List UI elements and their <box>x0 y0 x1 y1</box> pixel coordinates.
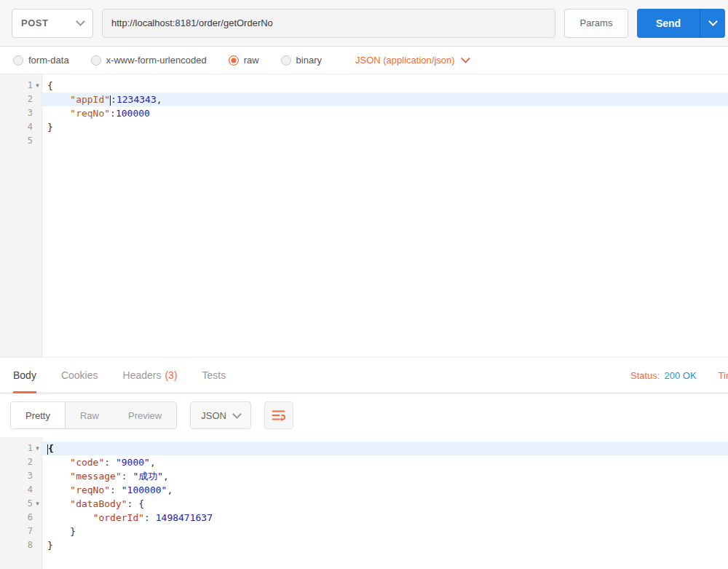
view-raw-button[interactable]: Raw <box>66 402 114 428</box>
chevron-down-icon <box>232 409 242 419</box>
line-number: 4 <box>28 120 33 134</box>
code-text: } <box>42 525 728 538</box>
params-button[interactable]: Params <box>564 9 628 38</box>
wrap-text-button[interactable] <box>264 401 293 429</box>
code-line[interactable]: 4 "reqNo": "100000", <box>0 483 728 497</box>
line-number-gutter: 6 <box>0 511 42 525</box>
line-number-gutter: 1▾ <box>0 79 42 93</box>
code-line[interactable]: 1▾{ <box>0 442 728 455</box>
line-number: 1 <box>28 442 33 455</box>
line-number: 2 <box>28 93 33 106</box>
tab-label: Cookies <box>61 369 98 381</box>
language-select[interactable]: JSON <box>190 401 251 429</box>
response-toolbar: Pretty Raw Preview JSON <box>0 393 728 437</box>
tab-cookies[interactable]: Cookies <box>61 358 98 393</box>
code-line[interactable]: 2 "appId":1234343, <box>0 93 728 106</box>
fold-caret-icon[interactable]: ▾ <box>33 442 42 455</box>
body-type-row: form-data x-www-form-urlencoded raw bina… <box>0 47 728 74</box>
url-input[interactable] <box>102 9 555 38</box>
line-number: 8 <box>28 538 33 552</box>
wrap-text-icon <box>272 409 285 422</box>
content-type-select[interactable]: JSON (application/json) <box>355 55 469 66</box>
line-number-gutter: 8 <box>0 538 42 552</box>
code-line[interactable]: 3 "message": "成功", <box>0 469 728 483</box>
line-number: 4 <box>28 483 33 497</box>
code-text: { <box>42 79 728 93</box>
code-text: "message": "成功", <box>42 469 728 483</box>
content-type-label: JSON (application/json) <box>355 55 455 66</box>
fold-caret-icon[interactable]: ▾ <box>33 79 42 93</box>
line-number-gutter: 1▾ <box>0 442 42 455</box>
line-number-gutter: 4 <box>0 483 42 497</box>
code-line[interactable]: 1▾{ <box>0 79 728 93</box>
line-number-gutter: 4 <box>0 120 42 134</box>
body-type-form-data[interactable]: form-data <box>13 55 69 66</box>
line-number: 7 <box>28 525 33 538</box>
tab-label: Body <box>13 369 36 381</box>
code-text: "appId":1234343, <box>42 93 728 106</box>
radio-icon <box>91 55 101 66</box>
line-number: 3 <box>28 106 33 120</box>
code-text: "reqNo": "100000", <box>42 483 728 497</box>
body-type-label: form-data <box>28 55 69 66</box>
language-label: JSON <box>201 410 226 421</box>
code-line[interactable]: 7 } <box>0 525 728 538</box>
tab-label: Headers <box>123 369 162 381</box>
body-type-urlencoded[interactable]: x-www-form-urlencoded <box>91 55 207 66</box>
request-body-editor[interactable]: 1▾{2 "appId":1234343,3 "reqNo":1000004}5 <box>0 74 728 357</box>
send-button[interactable]: Send <box>637 9 700 38</box>
code-line[interactable]: 2 "code": "9000", <box>0 455 728 469</box>
view-pretty-button[interactable]: Pretty <box>11 402 66 428</box>
view-mode-switch: Pretty Raw Preview <box>10 401 177 429</box>
radio-icon <box>229 55 239 66</box>
radio-icon <box>281 55 291 66</box>
code-line[interactable]: 5 <box>0 134 728 148</box>
tab-headers[interactable]: Headers (3) <box>123 358 178 393</box>
line-number-gutter: 5 <box>0 134 42 148</box>
request-bar: POST Params Send <box>0 0 728 47</box>
status-label: Status: <box>630 370 660 381</box>
status-value: 200 OK <box>664 370 696 381</box>
line-number-gutter: 3 <box>0 106 42 120</box>
line-number-gutter: 2 <box>0 93 42 106</box>
tab-label: Tests <box>202 369 226 381</box>
response-tabs: Body Cookies Headers (3) Tests Status: 2… <box>0 357 728 393</box>
tab-tests[interactable]: Tests <box>202 358 226 393</box>
code-text: "orderId": 1498471637 <box>42 511 728 525</box>
send-options-button[interactable] <box>700 9 725 38</box>
line-number: 2 <box>28 455 33 469</box>
code-line[interactable]: 3 "reqNo":100000 <box>0 106 728 120</box>
line-number: 3 <box>28 469 33 483</box>
tab-body[interactable]: Body <box>13 358 36 393</box>
fold-caret-icon[interactable]: ▾ <box>33 497 42 511</box>
code-line[interactable]: 6 "orderId": 1498471637 <box>0 511 728 525</box>
radio-icon <box>13 55 23 66</box>
body-type-binary[interactable]: binary <box>281 55 322 66</box>
time-label: Time: <box>719 370 728 381</box>
line-number: 5 <box>28 134 33 148</box>
headers-count-badge: (3) <box>165 369 177 381</box>
code-text <box>42 134 728 148</box>
line-number: 5 <box>28 497 33 511</box>
code-line[interactable]: 8} <box>0 538 728 552</box>
code-text: "reqNo":100000 <box>42 106 728 120</box>
response-body-editor[interactable]: 1▾{2 "code": "9000",3 "message": "成功",4 … <box>0 437 728 569</box>
code-line[interactable]: 4} <box>0 120 728 134</box>
body-type-raw[interactable]: raw <box>229 55 259 66</box>
send-button-group: Send <box>637 9 725 38</box>
postman-app: POST Params Send form-data x-www-form-ur… <box>0 0 728 569</box>
response-status: Status: 200 OK Time: <box>630 358 728 393</box>
chevron-down-icon <box>76 17 85 26</box>
line-number-gutter: 7 <box>0 525 42 538</box>
body-type-label: x-www-form-urlencoded <box>106 55 207 66</box>
code-text: "code": "9000", <box>42 455 728 469</box>
body-type-label: binary <box>296 55 322 66</box>
chevron-down-icon <box>708 17 718 26</box>
code-line[interactable]: 5▾ "dataBody": { <box>0 497 728 511</box>
code-text: } <box>42 120 728 134</box>
line-number-gutter: 5▾ <box>0 497 42 511</box>
line-number-gutter: 3 <box>0 469 42 483</box>
line-number: 1 <box>28 79 33 93</box>
method-select[interactable]: POST <box>12 9 93 38</box>
view-preview-button[interactable]: Preview <box>114 402 176 428</box>
